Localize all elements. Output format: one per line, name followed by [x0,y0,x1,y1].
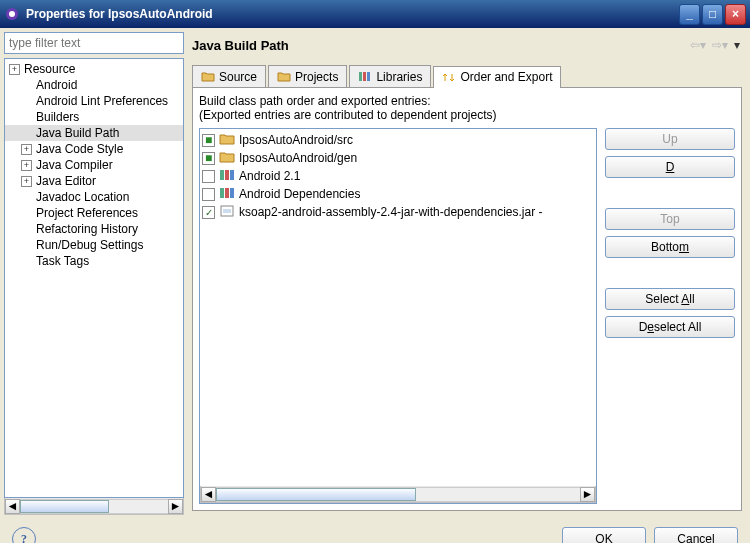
expand-icon [21,96,32,107]
checkbox[interactable] [202,170,215,183]
folder-icon [201,71,215,82]
description: Build class path order and exported entr… [199,94,735,122]
filter-input[interactable] [4,32,184,54]
tree-item[interactable]: Javadoc Location [5,189,183,205]
scroll-thumb[interactable] [216,488,416,501]
tree-item-label: Java Compiler [36,158,113,172]
deselect-all-button[interactable]: Deselect All [605,316,735,338]
down-button[interactable]: D [605,156,735,178]
svg-rect-2 [359,72,362,81]
folder-icon [277,71,291,82]
list-item[interactable]: ✓ksoap2-android-assembly-2.4-jar-with-de… [202,203,594,221]
list-item[interactable]: ■IpsosAutoAndroid/gen [202,149,594,167]
expand-icon [21,80,32,91]
checkbox[interactable]: ■ [202,134,215,147]
entry-list[interactable]: ■IpsosAutoAndroid/src■IpsosAutoAndroid/g… [199,128,597,504]
tree-item[interactable]: Task Tags [5,253,183,269]
tree-item[interactable]: +Java Compiler [5,157,183,173]
tree-item[interactable]: Java Build Path [5,125,183,141]
close-button[interactable]: × [725,4,746,25]
button-bar: ? OK Cancel [0,519,750,543]
tab-libraries[interactable]: Libraries [349,65,431,87]
back-icon[interactable]: ⇦▾ [690,38,706,52]
tree-item[interactable]: Run/Debug Settings [5,237,183,253]
tree-item-label: Javadoc Location [36,190,129,204]
tabs: Source Projects Libraries Order and Expo… [188,65,746,87]
property-tree[interactable]: +ResourceAndroidAndroid Lint Preferences… [4,58,184,498]
select-all-button[interactable]: Select All [605,288,735,310]
list-item[interactable]: ■IpsosAutoAndroid/src [202,131,594,149]
list-item[interactable]: Android Dependencies [202,185,594,203]
top-button[interactable]: Top [605,208,735,230]
forward-icon[interactable]: ⇨▾ [712,38,728,52]
tree-item-label: Java Editor [36,174,96,188]
expand-icon [21,240,32,251]
expand-icon [21,256,32,267]
expand-icon[interactable]: + [21,160,32,171]
list-h-scrollbar[interactable]: ◄ ► [200,486,596,503]
menu-icon[interactable]: ▾ [734,38,740,52]
entry-label: ksoap2-android-assembly-2.4-jar-with-dep… [239,205,542,219]
svg-rect-7 [230,170,234,180]
checkbox[interactable]: ■ [202,152,215,165]
tree-item[interactable]: Android Lint Preferences [5,93,183,109]
tree-item[interactable]: +Resource [5,61,183,77]
tab-order-export[interactable]: Order and Export [433,66,561,88]
svg-rect-5 [220,170,224,180]
checkbox[interactable]: ✓ [202,206,215,219]
folder-icon [219,151,235,166]
svg-rect-6 [225,170,229,180]
svg-rect-9 [225,188,229,198]
svg-rect-12 [223,209,231,213]
tree-item[interactable]: +Java Editor [5,173,183,189]
libraries-icon [358,71,372,82]
entry-label: Android Dependencies [239,187,360,201]
minimize-button[interactable]: _ [679,4,700,25]
tab-projects[interactable]: Projects [268,65,347,87]
svg-rect-4 [367,72,370,81]
scroll-left-icon[interactable]: ◄ [201,487,216,502]
tree-item[interactable]: Builders [5,109,183,125]
checkbox[interactable] [202,188,215,201]
order-icon [442,72,456,83]
tree-item[interactable]: Project References [5,205,183,221]
tree-item-label: Run/Debug Settings [36,238,143,252]
tree-item-label: Android Lint Preferences [36,94,168,108]
tab-source[interactable]: Source [192,65,266,87]
sidebar: +ResourceAndroidAndroid Lint Preferences… [4,32,184,515]
up-button[interactable]: Up [605,128,735,150]
expand-icon [21,112,32,123]
scroll-left-icon[interactable]: ◄ [5,499,20,514]
bottom-button[interactable]: Bottom [605,236,735,258]
libs-icon [219,169,235,184]
expand-icon [21,208,32,219]
entry-label: IpsosAutoAndroid/src [239,133,353,147]
tree-item-label: Java Build Path [36,126,119,140]
app-icon [4,6,20,22]
svg-rect-3 [363,72,366,81]
main-panel: Java Build Path ⇦▾ ⇨▾ ▾ Source Projects … [188,32,746,515]
cancel-button[interactable]: Cancel [654,527,738,543]
sidebar-h-scrollbar[interactable]: ◄ ► [4,498,184,515]
scroll-thumb[interactable] [20,500,109,513]
expand-icon [21,192,32,203]
folder-icon [219,133,235,148]
tree-item[interactable]: Refactoring History [5,221,183,237]
list-item[interactable]: Android 2.1 [202,167,594,185]
maximize-button[interactable]: □ [702,4,723,25]
tree-item[interactable]: Android [5,77,183,93]
scroll-right-icon[interactable]: ► [168,499,183,514]
help-button[interactable]: ? [12,527,36,543]
expand-icon[interactable]: + [21,144,32,155]
tree-item-label: Java Code Style [36,142,123,156]
svg-rect-10 [230,188,234,198]
expand-icon[interactable]: + [9,64,20,75]
ok-button[interactable]: OK [562,527,646,543]
expand-icon[interactable]: + [21,176,32,187]
tree-item-label: Builders [36,110,79,124]
titlebar[interactable]: Properties for IpsosAutoAndroid _ □ × [0,0,750,28]
tree-item[interactable]: +Java Code Style [5,141,183,157]
svg-rect-8 [220,188,224,198]
tree-item-label: Refactoring History [36,222,138,236]
scroll-right-icon[interactable]: ► [580,487,595,502]
